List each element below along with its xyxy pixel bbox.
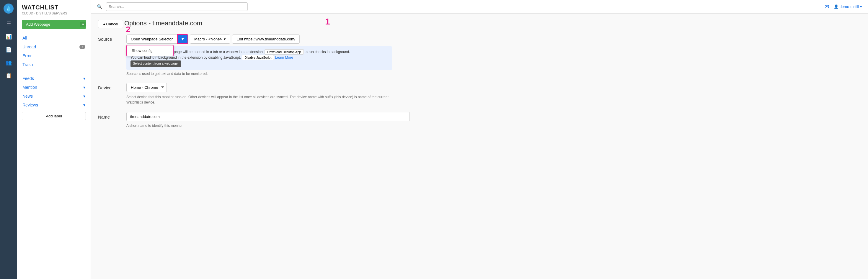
device-select[interactable]: Home - Chrome — [126, 83, 167, 92]
open-webpage-selector-button[interactable]: Open Webpage Selector — [126, 35, 177, 44]
add-webpage-button[interactable]: Add Webpage ▾ — [22, 20, 86, 29]
device-controls: Home - Chrome — [126, 83, 167, 92]
sidebar-section-news[interactable]: News▾ — [17, 92, 91, 101]
download-desktop-app-button[interactable]: Download Desktop App — [265, 49, 304, 55]
sidebar-header: WATCHLIST CLOUD - DISTILL'S SERVERS — [17, 0, 91, 16]
cancel-button[interactable]: ◂ Cancel — [98, 20, 123, 28]
sidebar-item-error[interactable]: Error — [17, 51, 91, 60]
add-label-button[interactable]: Add label — [22, 112, 86, 120]
app-logo[interactable]: 💧 — [4, 4, 13, 13]
topbar-right: ✉ 👤 demo-distill ▾ — [825, 4, 862, 10]
add-webpage-arrow[interactable]: ▾ — [80, 22, 86, 27]
name-controls — [126, 112, 410, 121]
name-description: A short name to identify this monitor. — [126, 124, 861, 128]
nav-icon-chart[interactable]: 📊 — [3, 31, 14, 42]
content-area: ◂ Cancel Options - timeanddate.com 1 Sou… — [91, 13, 868, 279]
user-menu[interactable]: 👤 demo-distill ▾ — [834, 4, 862, 9]
source-dropdown-popup: Show config — [126, 45, 174, 56]
brand-sub: CLOUD - DISTILL'S SERVERS — [22, 11, 86, 15]
label-sidebar: WATCHLIST CLOUD - DISTILL'S SERVERS Add … — [17, 0, 91, 279]
source-dropdown-toggle[interactable]: ▼ — [177, 34, 188, 44]
source-description: Source is used to get text and data to b… — [126, 72, 861, 76]
sidebar-item-all[interactable]: All — [17, 34, 91, 42]
source-row: Source 2 Open Webpage Selector ▼ Show co… — [98, 34, 861, 44]
sidebar-item-unread[interactable]: Unread 7 — [17, 42, 91, 51]
name-label: Name — [98, 112, 122, 119]
learn-more-link[interactable]: Learn More — [275, 56, 293, 60]
sidebar-nav: All Unread 7 Error Trash — [17, 32, 91, 70]
disable-javascript-button[interactable]: Disable JavaScript — [242, 55, 274, 60]
brand-name: WATCHLIST — [22, 4, 86, 11]
name-section: Name A short name to identify this monit… — [98, 112, 861, 128]
nav-icon-list[interactable]: ☰ — [3, 18, 14, 29]
source-tooltip: Select content from a webpage. — [130, 61, 181, 67]
nav-icon-doc[interactable]: 📄 — [3, 44, 14, 55]
icon-sidebar: 💧 ☰ 📊 📄 👥 📋 — [0, 0, 17, 279]
step1-label: 1 — [325, 16, 330, 27]
macro-arrow-icon: ▾ — [224, 37, 226, 41]
step2-label: 2 — [126, 25, 130, 34]
macro-button[interactable]: Macro - <None> ▾ — [190, 35, 230, 44]
search-icon: 🔍 — [97, 4, 102, 9]
nav-icon-people[interactable]: 👥 — [3, 57, 14, 68]
name-input[interactable] — [126, 112, 410, 121]
unread-badge: 7 — [80, 45, 85, 49]
device-row: Device Home - Chrome — [98, 83, 861, 92]
source-controls: 2 Open Webpage Selector ▼ Show config Ma… — [126, 34, 300, 44]
topbar: 🔍 ✉ 👤 demo-distill ▾ — [91, 0, 868, 13]
source-label: Source — [98, 34, 122, 42]
mail-icon[interactable]: ✉ — [825, 4, 829, 10]
nav-icon-clipboard[interactable]: 📋 — [3, 70, 14, 81]
sidebar-item-trash[interactable]: Trash — [17, 60, 91, 69]
device-description: Select device that this monitor runs on.… — [126, 94, 392, 105]
edit-url-button[interactable]: Edit https://www.timeanddate.com/ — [232, 35, 300, 44]
device-section: Device Home - Chrome Select device that … — [98, 83, 861, 105]
main-area: 🔍 ✉ 👤 demo-distill ▾ ◂ Cancel Options - … — [91, 0, 868, 279]
sidebar-section-feeds[interactable]: Feeds▾ — [17, 74, 91, 83]
page-title: Options - timeanddate.com — [124, 20, 202, 27]
sidebar-section-reviews[interactable]: Reviews▾ — [17, 101, 91, 109]
source-section: Source 2 Open Webpage Selector ▼ Show co… — [98, 34, 861, 76]
device-label: Device — [98, 83, 122, 90]
source-selector-wrapper: Open Webpage Selector ▼ Show config — [126, 34, 188, 44]
sidebar-section-mention[interactable]: Mention▾ — [17, 83, 91, 92]
name-row: Name — [98, 112, 861, 121]
search-input[interactable] — [106, 2, 248, 11]
show-config-item[interactable]: Show config — [127, 45, 173, 56]
